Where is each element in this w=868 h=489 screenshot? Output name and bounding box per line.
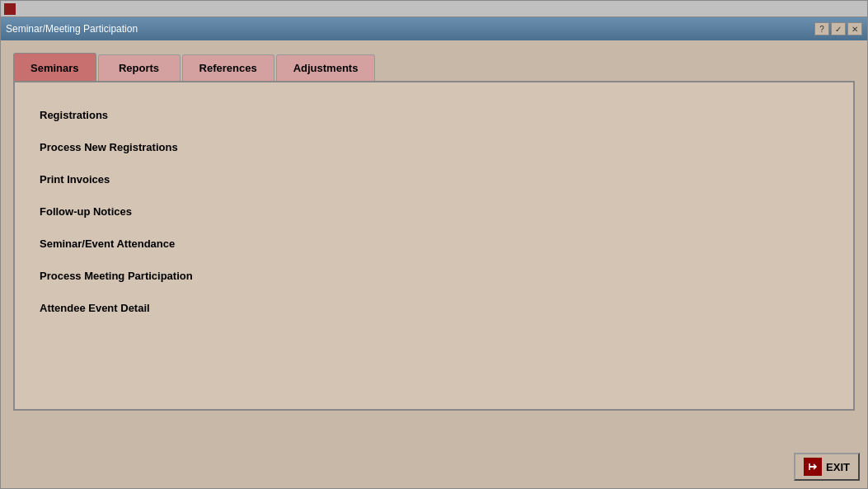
exit-button[interactable]: EXIT [794, 453, 860, 481]
window-title-bar: Seminar/Meeting Participation ? ✓ ✕ [1, 17, 867, 40]
menu-item-seminar-event-attendance[interactable]: Seminar/Event Attendance [40, 228, 828, 260]
window-controls: ? ✓ ✕ [814, 22, 862, 35]
window-title: Seminar/Meeting Participation [6, 23, 138, 35]
exit-icon [804, 458, 822, 476]
os-title-bar [1, 1, 867, 17]
close-button[interactable]: ✕ [847, 22, 862, 35]
help-button[interactable]: ? [814, 22, 829, 35]
menu-item-registrations[interactable]: Registrations [40, 99, 828, 131]
tabs-container: Seminars Reports References Adjustments [13, 53, 855, 81]
tab-seminars[interactable]: Seminars [13, 53, 96, 81]
tab-reports[interactable]: Reports [98, 54, 181, 81]
menu-item-follow-up-notices[interactable]: Follow-up Notices [40, 195, 828, 228]
menu-item-process-new-registrations[interactable]: Process New Registrations [40, 131, 828, 163]
check-button[interactable]: ✓ [831, 22, 846, 35]
tab-adjustments[interactable]: Adjustments [276, 54, 376, 81]
exit-label: EXIT [826, 461, 850, 473]
tab-references[interactable]: References [182, 54, 274, 81]
menu-item-print-invoices[interactable]: Print Invoices [40, 163, 828, 195]
main-window: Seminar/Meeting Participation ? ✓ ✕ Semi… [0, 0, 868, 489]
content-panel: Registrations Process New Registrations … [13, 81, 855, 411]
menu-item-process-meeting-participation[interactable]: Process Meeting Participation [40, 260, 828, 292]
main-content: Seminars Reports References Adjustments … [1, 40, 867, 423]
footer: EXIT [794, 453, 860, 481]
menu-item-attendee-event-detail[interactable]: Attendee Event Detail [40, 292, 828, 324]
os-icon [4, 3, 16, 15]
